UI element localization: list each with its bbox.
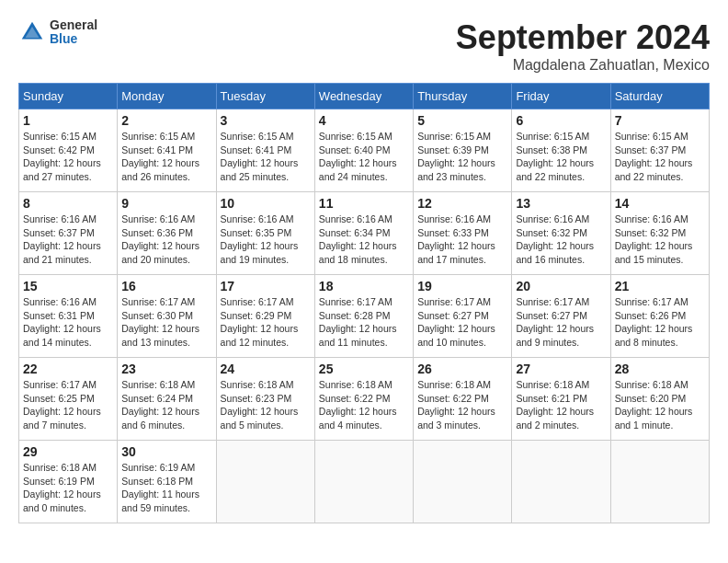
logo: General Blue	[18, 18, 97, 47]
day-10: 10 Sunrise: 6:16 AMSunset: 6:35 PMDaylig…	[216, 192, 314, 275]
day-18: 18 Sunrise: 6:17 AMSunset: 6:28 PMDaylig…	[314, 275, 413, 358]
day-8: 8 Sunrise: 6:16 AMSunset: 6:37 PMDayligh…	[19, 192, 118, 275]
week-5: 29 Sunrise: 6:18 AMSunset: 6:19 PMDaylig…	[19, 441, 710, 523]
col-sunday: Sunday	[19, 84, 118, 109]
calendar-header-row: Sunday Monday Tuesday Wednesday Thursday…	[19, 84, 710, 109]
day-17: 17 Sunrise: 6:17 AMSunset: 6:29 PMDaylig…	[216, 275, 314, 358]
logo-icon	[18, 18, 46, 46]
day-15: 15 Sunrise: 6:16 AMSunset: 6:31 PMDaylig…	[19, 275, 118, 358]
col-wednesday: Wednesday	[314, 84, 413, 109]
logo-text: General Blue	[50, 18, 97, 47]
day-2: 2 Sunrise: 6:15 AMSunset: 6:41 PMDayligh…	[118, 109, 216, 192]
day-29: 29 Sunrise: 6:18 AMSunset: 6:19 PMDaylig…	[19, 441, 118, 523]
day-25: 25 Sunrise: 6:18 AMSunset: 6:22 PMDaylig…	[314, 358, 413, 441]
day-13: 13 Sunrise: 6:16 AMSunset: 6:32 PMDaylig…	[512, 192, 610, 275]
day-23: 23 Sunrise: 6:18 AMSunset: 6:24 PMDaylig…	[118, 358, 216, 441]
col-friday: Friday	[512, 84, 610, 109]
col-monday: Monday	[118, 84, 216, 109]
day-9: 9 Sunrise: 6:16 AMSunset: 6:36 PMDayligh…	[118, 192, 216, 275]
day-21: 21 Sunrise: 6:17 AMSunset: 6:26 PMDaylig…	[610, 275, 709, 358]
location: Magdalena Zahuatlan, Mexico	[456, 57, 710, 74]
day-30: 30 Sunrise: 6:19 AMSunset: 6:18 PMDaylig…	[118, 441, 216, 523]
day-22: 22 Sunrise: 6:17 AMSunset: 6:25 PMDaylig…	[19, 358, 118, 441]
day-20: 20 Sunrise: 6:17 AMSunset: 6:27 PMDaylig…	[512, 275, 610, 358]
day-27: 27 Sunrise: 6:18 AMSunset: 6:21 PMDaylig…	[512, 358, 610, 441]
col-tuesday: Tuesday	[216, 84, 314, 109]
day-19: 19 Sunrise: 6:17 AMSunset: 6:27 PMDaylig…	[414, 275, 512, 358]
empty-fri	[512, 441, 610, 523]
day-12: 12 Sunrise: 6:16 AMSunset: 6:33 PMDaylig…	[414, 192, 512, 275]
empty-wed	[314, 441, 413, 523]
col-saturday: Saturday	[610, 84, 709, 109]
day-3: 3 Sunrise: 6:15 AMSunset: 6:41 PMDayligh…	[216, 109, 314, 192]
day-14: 14 Sunrise: 6:16 AMSunset: 6:32 PMDaylig…	[610, 192, 709, 275]
logo-blue: Blue	[50, 32, 97, 46]
day-28: 28 Sunrise: 6:18 AMSunset: 6:20 PMDaylig…	[610, 358, 709, 441]
month-title: September 2024	[456, 18, 710, 57]
col-thursday: Thursday	[414, 84, 512, 109]
day-6: 6 Sunrise: 6:15 AMSunset: 6:38 PMDayligh…	[512, 109, 610, 192]
day-4: 4 Sunrise: 6:15 AMSunset: 6:40 PMDayligh…	[314, 109, 413, 192]
title-area: September 2024 Magdalena Zahuatlan, Mexi…	[456, 18, 710, 74]
week-4: 22 Sunrise: 6:17 AMSunset: 6:25 PMDaylig…	[19, 358, 710, 441]
day-1: 1 Sunrise: 6:15 AMSunset: 6:42 PMDayligh…	[19, 109, 118, 192]
logo-general: General	[50, 18, 97, 32]
week-2: 8 Sunrise: 6:16 AMSunset: 6:37 PMDayligh…	[19, 192, 710, 275]
empty-thu	[414, 441, 512, 523]
empty-tue	[216, 441, 314, 523]
day-5: 5 Sunrise: 6:15 AMSunset: 6:39 PMDayligh…	[414, 109, 512, 192]
week-1: 1 Sunrise: 6:15 AMSunset: 6:42 PMDayligh…	[19, 109, 710, 192]
empty-sat	[610, 441, 709, 523]
day-11: 11 Sunrise: 6:16 AMSunset: 6:34 PMDaylig…	[314, 192, 413, 275]
header: General Blue September 2024 Magdalena Za…	[18, 18, 710, 74]
calendar: Sunday Monday Tuesday Wednesday Thursday…	[18, 83, 710, 523]
day-26: 26 Sunrise: 6:18 AMSunset: 6:22 PMDaylig…	[414, 358, 512, 441]
day-16: 16 Sunrise: 6:17 AMSunset: 6:30 PMDaylig…	[118, 275, 216, 358]
day-7: 7 Sunrise: 6:15 AMSunset: 6:37 PMDayligh…	[610, 109, 709, 192]
week-3: 15 Sunrise: 6:16 AMSunset: 6:31 PMDaylig…	[19, 275, 710, 358]
day-24: 24 Sunrise: 6:18 AMSunset: 6:23 PMDaylig…	[216, 358, 314, 441]
